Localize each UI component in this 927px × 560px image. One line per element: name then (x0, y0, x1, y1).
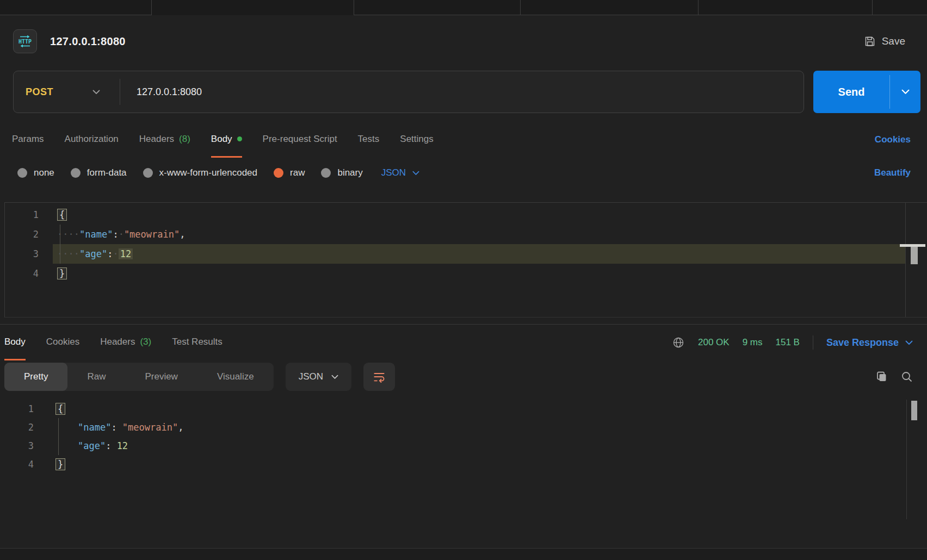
mode-label: form-data (87, 167, 127, 178)
colon: : (113, 229, 118, 240)
view-pretty[interactable]: Pretty (4, 363, 67, 391)
copy-icon[interactable] (876, 371, 888, 383)
language-label: JSON (299, 371, 323, 382)
send-button[interactable]: Send (813, 71, 920, 113)
headers-count-badge: (8) (179, 134, 190, 145)
line-number: 4 (0, 455, 48, 474)
response-tab-cookies[interactable]: Cookies (46, 325, 79, 360)
cookies-link[interactable]: Cookies (875, 134, 911, 145)
mode-form-data[interactable]: form-data (71, 167, 127, 178)
line-number: 1 (0, 400, 48, 418)
search-icon[interactable] (901, 371, 913, 383)
radio-selected-icon (274, 168, 283, 178)
tab-tests[interactable]: Tests (358, 122, 380, 158)
tab-label: Settings (400, 134, 433, 145)
json-key: "name" (79, 229, 113, 240)
mode-label: binary (337, 167, 362, 178)
tab-headers[interactable]: Headers (8) (139, 122, 190, 158)
tab-settings[interactable]: Settings (400, 122, 433, 158)
json-number-value: 12 (119, 248, 133, 259)
response-tab-headers[interactable]: Headers (3) (100, 325, 151, 360)
mode-none[interactable]: none (17, 167, 54, 178)
viewer-scrollbar-thumb[interactable] (911, 401, 917, 420)
status-code[interactable]: 200 OK (698, 337, 730, 348)
tab-divider (520, 0, 521, 15)
tab-strip-border (0, 15, 151, 15)
whitespace-dot: · (113, 248, 118, 259)
colon: : (107, 248, 113, 259)
colon: : (106, 440, 116, 451)
line-number: 1 (5, 205, 53, 225)
beautify-link[interactable]: Beautify (874, 167, 911, 178)
http-method-icon: HTTP (13, 29, 37, 53)
radio-icon (321, 168, 331, 178)
tab-body[interactable]: Body (211, 122, 242, 158)
globe-icon[interactable] (672, 336, 685, 349)
viewer-line-1: 1 { (0, 400, 927, 418)
method-select[interactable]: POST (26, 86, 53, 98)
response-tab-test-results[interactable]: Test Results (172, 325, 223, 360)
viewer-scrollbar[interactable] (906, 400, 907, 519)
send-options-chevron-icon[interactable] (890, 71, 920, 113)
request-tabs: Params Authorization Headers (8) Body Pr… (0, 122, 927, 158)
chevron-down-icon (905, 340, 913, 345)
tab-pre-request-script[interactable]: Pre-request Script (263, 122, 337, 158)
wrap-text-button[interactable] (363, 363, 395, 391)
tab-authorization[interactable]: Authorization (65, 122, 119, 158)
mode-binary[interactable]: binary (321, 167, 362, 178)
url-input[interactable]: 127.0.0.1:8080 (137, 86, 202, 98)
open-brace: { (57, 209, 67, 221)
indent (55, 440, 78, 451)
tab-params[interactable]: Params (12, 122, 44, 158)
editor-scrollbar[interactable] (905, 203, 906, 317)
editor-scrollbar-thumb[interactable] (911, 247, 918, 264)
viewer-line-3: 3 "age": 12 (0, 437, 927, 455)
save-button[interactable]: Save (864, 35, 905, 47)
mode-label: x-www-form-urlencoded (159, 167, 257, 178)
url-row: POST 127.0.0.1:8080 Send (13, 71, 920, 113)
response-language-select[interactable]: JSON (286, 363, 351, 391)
save-response-button[interactable]: Save Response (826, 337, 913, 349)
request-language-select[interactable]: JSON (381, 167, 419, 178)
chevron-down-icon (331, 375, 338, 379)
indent (55, 422, 78, 433)
response-tools (876, 371, 913, 383)
tab-label: Tests (358, 134, 380, 145)
view-visualize[interactable]: Visualize (197, 363, 274, 391)
colon: : (111, 422, 122, 433)
line-number: 4 (5, 264, 53, 283)
response-time[interactable]: 9 ms (743, 337, 763, 348)
tab-label: Headers (100, 337, 135, 347)
response-tab-body[interactable]: Body (4, 325, 26, 360)
editor-line-1: 1 { (5, 205, 927, 225)
tab-label: Pre-request Script (263, 134, 337, 145)
tab-label: Test Results (172, 337, 223, 347)
response-size[interactable]: 151 B (775, 337, 799, 348)
json-key: "name" (78, 422, 111, 433)
response-toolbar: Pretty Raw Preview Visualize JSON (0, 363, 927, 391)
tab-strip-border (354, 15, 927, 15)
mode-raw[interactable]: raw (274, 167, 305, 178)
json-string-value: "meowrain" (124, 229, 180, 240)
close-brace: } (57, 267, 67, 279)
view-preview[interactable]: Preview (125, 363, 197, 391)
whitespace-dots: ···· (57, 248, 79, 259)
close-brace: } (55, 458, 65, 470)
response-body-viewer[interactable]: 1 { 2 "name": "meowrain", 3 "age": 12 4 … (0, 397, 927, 519)
mode-label: raw (290, 167, 305, 178)
mode-x-www-form-urlencoded[interactable]: x-www-form-urlencoded (143, 167, 257, 178)
save-response-label: Save Response (826, 337, 899, 349)
line-number: 2 (0, 418, 48, 437)
indent-guide (58, 418, 59, 455)
whitespace-dot: · (119, 229, 124, 240)
editor-line-2: 2 ····"name":·"meowrain", (5, 225, 927, 244)
request-body-editor[interactable]: 1 { 2 ····"name":·"meowrain", 3 ····"age… (4, 202, 927, 318)
viewer-line-2: 2 "name": "meowrain", (0, 418, 927, 437)
svg-text:HTTP: HTTP (18, 39, 32, 45)
view-raw[interactable]: Raw (67, 363, 125, 391)
chevron-down-icon[interactable] (92, 90, 100, 95)
json-number-value: 12 (117, 440, 128, 451)
tab-strip[interactable] (0, 0, 927, 15)
divider (813, 335, 813, 350)
line-number: 2 (5, 225, 53, 244)
